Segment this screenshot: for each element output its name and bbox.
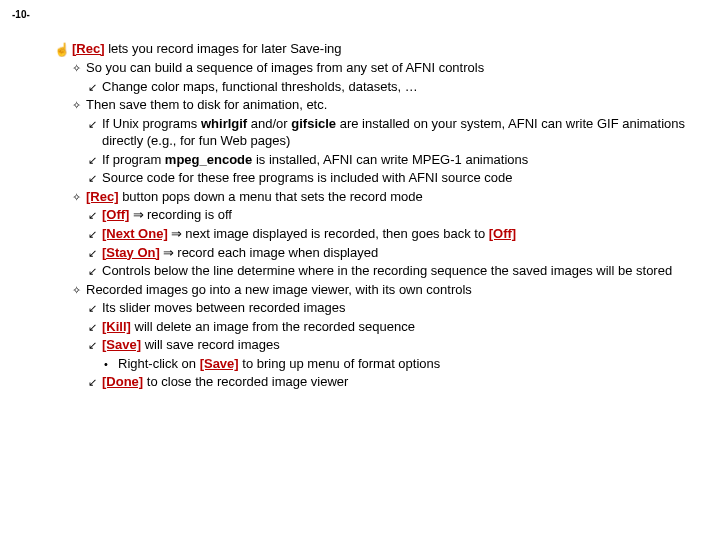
- line: ↙[Kill] will delete an image from the re…: [54, 318, 700, 336]
- line: ✧Then save them to disk for animation, e…: [54, 96, 700, 114]
- program-name: gifsicle: [291, 116, 336, 131]
- line-text: Its slider moves between recorded images: [102, 299, 700, 317]
- line-text: Recorded images go into a new image view…: [86, 281, 700, 299]
- line-text: [Next One] ⇒ next image displayed is rec…: [102, 225, 700, 243]
- line: ✧So you can build a sequence of images f…: [54, 59, 700, 77]
- line: ↙Source code for these free programs is …: [54, 169, 700, 187]
- program-name: mpeg_encode: [165, 152, 252, 167]
- line: ↙[Off] ⇒ recording is off: [54, 206, 700, 224]
- arrow-bullet-icon: ↙: [88, 262, 102, 279]
- ui-button-reference: [Rec]: [86, 189, 119, 204]
- line: ✧[Rec] button pops down a menu that sets…: [54, 188, 700, 206]
- arrow-bullet-icon: ↙: [88, 78, 102, 95]
- implies-arrow-icon: ⇒: [160, 245, 178, 260]
- arrow-bullet-icon: ↙: [88, 299, 102, 316]
- ui-button-reference: [Next One]: [102, 226, 168, 241]
- ui-button-reference: [Save]: [200, 356, 239, 371]
- line-text: [Stay On] ⇒ record each image when displ…: [102, 244, 700, 262]
- implies-arrow-icon: ⇒: [129, 207, 147, 222]
- line-text: If program mpeg_encode is installed, AFN…: [102, 151, 700, 169]
- diamond-bullet-icon: ✧: [72, 96, 86, 113]
- line: ☝[Rec] lets you record images for later …: [54, 40, 700, 59]
- line-text: Right-click on [Save] to bring up menu o…: [118, 355, 700, 373]
- page-number: -10-: [0, 0, 720, 22]
- line: ↙Its slider moves between recorded image…: [54, 299, 700, 317]
- ui-button-reference: [Off]: [489, 226, 516, 241]
- line-text: [Rec] lets you record images for later S…: [72, 40, 700, 58]
- arrow-bullet-icon: ↙: [88, 244, 102, 261]
- ui-button-reference: [Done]: [102, 374, 143, 389]
- line-text: [Rec] button pops down a menu that sets …: [86, 188, 700, 206]
- line: ↙If program mpeg_encode is installed, AF…: [54, 151, 700, 169]
- diamond-bullet-icon: ✧: [72, 59, 86, 76]
- line: ↙Controls below the line determine where…: [54, 262, 700, 280]
- line: •Right-click on [Save] to bring up menu …: [54, 355, 700, 373]
- line: ↙Change color maps, functional threshold…: [54, 78, 700, 96]
- ui-button-reference: [Save]: [102, 337, 141, 352]
- line: ↙[Stay On] ⇒ record each image when disp…: [54, 244, 700, 262]
- line-text: [Done] to close the recorded image viewe…: [102, 373, 700, 391]
- arrow-bullet-icon: ↙: [88, 169, 102, 186]
- line-text: Then save them to disk for animation, et…: [86, 96, 700, 114]
- arrow-bullet-icon: ↙: [88, 206, 102, 223]
- line-text: [Save] will save record images: [102, 336, 700, 354]
- ui-button-reference: [Stay On]: [102, 245, 160, 260]
- line-text: [Off] ⇒ recording is off: [102, 206, 700, 224]
- line: ↙If Unix programs whirlgif and/or gifsic…: [54, 115, 700, 150]
- line-text: Source code for these free programs is i…: [102, 169, 700, 187]
- line-text: Change color maps, functional thresholds…: [102, 78, 700, 96]
- line-text: If Unix programs whirlgif and/or gifsicl…: [102, 115, 700, 150]
- arrow-bullet-icon: ↙: [88, 336, 102, 353]
- arrow-bullet-icon: ↙: [88, 318, 102, 335]
- arrow-bullet-icon: ↙: [88, 115, 102, 132]
- diamond-bullet-icon: ✧: [72, 188, 86, 205]
- arrow-bullet-icon: ↙: [88, 151, 102, 168]
- arrow-bullet-icon: ↙: [88, 373, 102, 390]
- dot-bullet-icon: •: [104, 355, 118, 372]
- implies-arrow-icon: ⇒: [168, 226, 186, 241]
- line-text: So you can build a sequence of images fr…: [86, 59, 700, 77]
- ui-button-reference: [Rec]: [72, 41, 105, 56]
- line-text: [Kill] will delete an image from the rec…: [102, 318, 700, 336]
- line: ↙[Next One] ⇒ next image displayed is re…: [54, 225, 700, 243]
- document-body: ☝[Rec] lets you record images for later …: [0, 22, 720, 391]
- hand-bullet-icon: ☝: [54, 40, 72, 59]
- diamond-bullet-icon: ✧: [72, 281, 86, 298]
- ui-button-reference: [Kill]: [102, 319, 131, 334]
- arrow-bullet-icon: ↙: [88, 225, 102, 242]
- line: ✧Recorded images go into a new image vie…: [54, 281, 700, 299]
- line: ↙[Save] will save record images: [54, 336, 700, 354]
- line-text: Controls below the line determine where …: [102, 262, 700, 280]
- program-name: whirlgif: [201, 116, 247, 131]
- line: ↙[Done] to close the recorded image view…: [54, 373, 700, 391]
- ui-button-reference: [Off]: [102, 207, 129, 222]
